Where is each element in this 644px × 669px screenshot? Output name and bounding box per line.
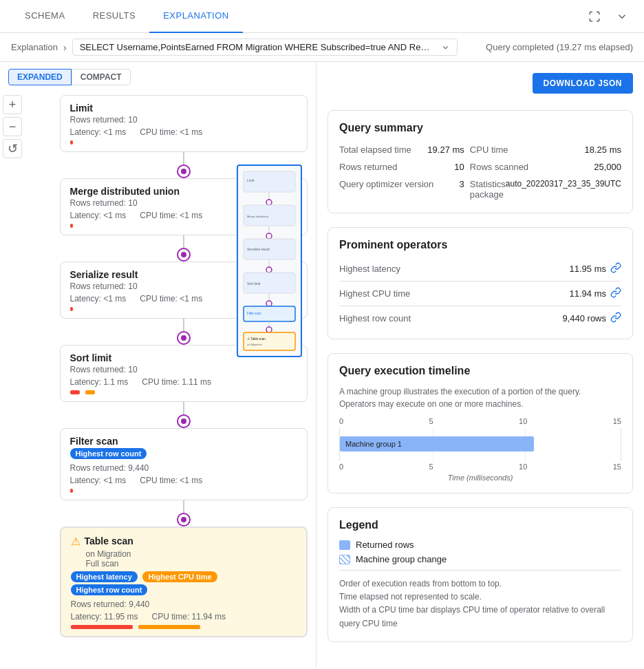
summary-key-1: CPU time — [470, 145, 508, 155]
legend-item-1: Machine group change — [339, 554, 621, 564]
prominent-link-0[interactable] — [610, 262, 621, 275]
summary-key-4: Query optimizer version — [339, 179, 433, 200]
divider-2 — [339, 306, 621, 306]
svg-rect-20 — [244, 332, 295, 350]
query-text: SELECT Username,PointsEarned FROM Migrat… — [80, 42, 436, 52]
legend-box-striped — [339, 555, 350, 564]
divider-1 — [339, 281, 621, 282]
summary-key-3: Rows scanned — [470, 162, 528, 172]
latency-label: Latency: <1 ms — [70, 127, 127, 137]
summary-val-0: 19.27 ms — [427, 145, 464, 155]
summary-row-3: Rows scanned 25,000 — [470, 160, 621, 174]
legend-title: Legend — [339, 519, 621, 531]
summary-row-1: CPU time 18.25 ms — [470, 142, 621, 157]
connector-5 — [177, 500, 191, 527]
prominent-row-2: Highest row count 9,440 rows — [339, 309, 621, 328]
tab-results[interactable]: RESULTS — [79, 0, 150, 33]
timeline-desc-1: A machine group illustrates the executio… — [339, 385, 621, 410]
expand-icon[interactable] — [583, 6, 605, 28]
prominent-row-0: Highest latency 11.95 ms — [339, 259, 621, 278]
rows-returned-filter: Rows returned: 9,440 — [70, 463, 149, 473]
latency-bar-merge — [70, 224, 73, 228]
zoom-reset-button[interactable]: ↺ — [3, 139, 22, 158]
tab-explanation[interactable]: EXPLANATION — [149, 0, 243, 33]
summary-key-2: Rows returned — [339, 162, 398, 172]
operator-card-filter[interactable]: Filter scan Highest row count Rows retur… — [60, 428, 308, 500]
prominent-key-1: Highest CPU time — [339, 288, 410, 299]
latency-sort: Latency: 1.1 ms — [70, 377, 129, 387]
latency-bar-sort — [70, 390, 80, 394]
latency-serialize: Latency: <1 ms — [70, 294, 127, 304]
summary-row-5: Statistics package auto_20220317_23_35_3… — [470, 177, 621, 202]
prominent-key-0: Highest latency — [339, 264, 400, 274]
timeline-desc-text-1: A machine group illustrates the executio… — [339, 387, 581, 396]
operator-meta-filter: Rows returned: 9,440 — [70, 463, 297, 473]
svg-point-3 — [266, 200, 272, 205]
prominent-link-1[interactable] — [610, 287, 621, 300]
timeline-axis-bottom: 0 5 10 15 — [339, 463, 621, 471]
operator-card-limit[interactable]: Limit Rows returned: 10 Latency: <1 ms C… — [60, 95, 308, 152]
connector-dot — [181, 169, 186, 174]
prominent-operators-title: Prominent operators — [339, 239, 621, 251]
mini-map: Limit Merge distributed Serialize result… — [237, 164, 302, 357]
svg-text:Merge distributed: Merge distributed — [247, 215, 268, 218]
query-selector[interactable]: SELECT Username,PointsEarned FROM Migrat… — [72, 39, 458, 56]
connector-dot-4 — [181, 418, 186, 424]
chevron-down-icon[interactable] — [611, 6, 633, 28]
query-status: Query completed (19.27 ms elapsed) — [486, 42, 633, 52]
operator-bars-filter — [70, 489, 297, 493]
svg-point-11 — [266, 267, 272, 273]
latency-bar — [70, 140, 73, 145]
badge-highest-latency: Highest latency — [71, 571, 138, 582]
execution-timeline-section: Query execution timeline A machine group… — [328, 353, 633, 493]
prominent-link-2[interactable] — [610, 312, 621, 325]
timeline-xlabel: Time (milliseconds) — [339, 474, 621, 482]
legend-item-0: Returned rows — [339, 540, 621, 550]
latency-bar-tablescan — [71, 625, 133, 629]
execution-timeline-title: Query execution timeline — [339, 365, 621, 377]
operator-meta-sort: Rows returned: 10 — [70, 365, 297, 374]
zoom-out-button[interactable]: − — [3, 117, 22, 136]
axis-top-2: 10 — [519, 417, 527, 425]
operator-meta-limit: Rows returned: 10 — [70, 115, 297, 125]
zoom-in-button[interactable]: + — [3, 95, 22, 114]
axis-bot-0: 0 — [339, 463, 343, 471]
toggle-expanded[interactable]: EXPANDED — [8, 69, 72, 85]
filter-badges: Highest row count — [70, 448, 297, 461]
download-json-button[interactable]: DOWNLOAD JSON — [533, 73, 634, 94]
cpu-serialize: CPU time: <1 ms — [140, 294, 202, 304]
query-summary-title: Query summary — [339, 122, 621, 134]
svg-text:Limit: Limit — [247, 178, 255, 182]
rows-returned-merge: Rows returned: 10 — [70, 198, 138, 208]
connector-dot-3 — [181, 335, 186, 341]
summary-val-4: 3 — [460, 179, 464, 200]
connector-line-5 — [183, 500, 184, 513]
connector-circle-5 — [177, 513, 191, 527]
summary-row-2: Rows returned 10 — [339, 160, 464, 174]
connector-3 — [177, 319, 191, 345]
legend-box-blue — [339, 540, 350, 550]
rows-returned-tablescan: Rows returned: 9,440 — [71, 599, 150, 609]
summary-row-0: Total elapsed time 19.27 ms — [339, 142, 464, 157]
main-area: EXPANDED COMPACT + − ↺ Limit Rows — [0, 62, 644, 667]
connector-circle-2 — [177, 248, 191, 262]
summary-val-2: 10 — [454, 162, 464, 172]
summary-key-5: Statistics package — [470, 179, 506, 200]
warning-icon: ⚠ — [71, 535, 80, 548]
operator-bars-sort — [70, 390, 297, 394]
prominent-val-0: 11.95 ms — [570, 262, 621, 275]
toggle-compact[interactable]: COMPACT — [72, 69, 131, 85]
timeline-desc-text-2: Operators may execute on one or more mac… — [339, 399, 523, 409]
dropdown-icon — [441, 43, 450, 52]
latency-bar-serialize — [70, 307, 73, 311]
operator-title-tablescan: Table scan — [85, 535, 133, 546]
table-scan-badges: Highest latency Highest CPU time Highest… — [71, 571, 297, 597]
operator-card-tablescan[interactable]: ⚠ Table scan on Migration Full scan High… — [60, 527, 308, 637]
cpu-merge: CPU time: <1 ms — [140, 211, 202, 220]
tab-schema[interactable]: SCHEMA — [11, 0, 79, 33]
cpu-label: CPU time: <1 ms — [140, 127, 202, 137]
cpu-filter: CPU time: <1 ms — [140, 476, 202, 485]
query-summary-section: Query summary Total elapsed time 19.27 m… — [328, 110, 633, 213]
operator-sub-tablescan: on Migration Full scan — [86, 549, 297, 569]
badge-highest-row-count-filter: Highest row count — [70, 448, 147, 459]
